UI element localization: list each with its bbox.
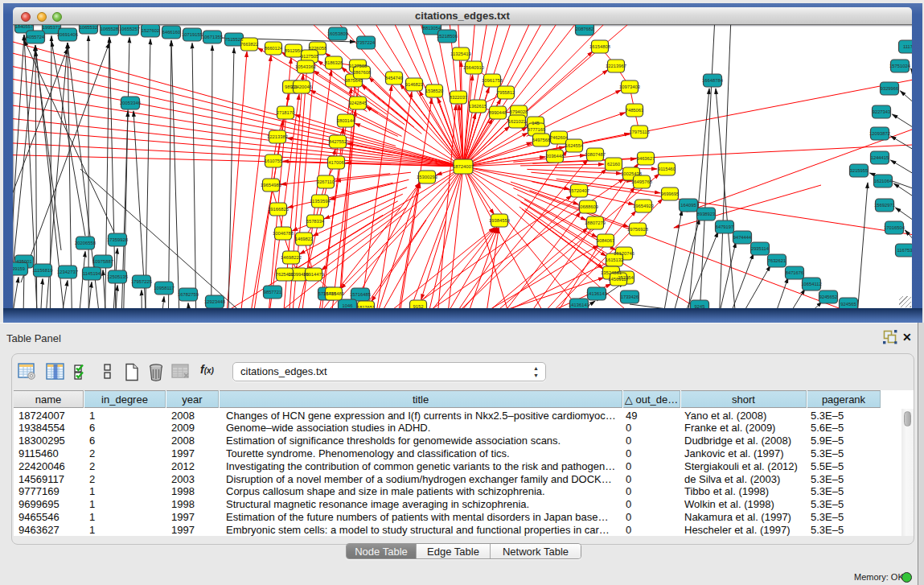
svg-text:11353594: 11353594 [310,199,331,204]
svg-text:10807487: 10807487 [585,152,606,157]
svg-text:10961758: 10961758 [482,78,503,83]
svg-text:20206558: 20206558 [75,241,96,245]
svg-text:2803144: 2803144 [337,118,355,123]
svg-text:16648784: 16648784 [702,78,724,83]
svg-text:10973403: 10973403 [619,84,640,89]
svg-text:1624554: 1624554 [565,143,584,148]
svg-text:9115460: 9115460 [658,167,676,171]
svg-text:9242845: 9242845 [349,101,368,105]
svg-text:8454749: 8454749 [385,76,404,80]
svg-text:12213382: 12213382 [267,134,288,139]
svg-text:1610755: 1610755 [265,159,283,163]
svg-text:15716485: 15716485 [350,292,371,297]
svg-text:8427552: 8427552 [329,139,347,144]
svg-text:62160: 62160 [607,162,620,167]
svg-text:8990448: 8990448 [489,110,507,115]
svg-text:1817651: 1817651 [357,305,376,308]
svg-text:417006: 417006 [328,160,343,165]
svg-text:18807279: 18807279 [585,220,606,225]
svg-text:116753: 116753 [897,248,912,253]
svg-text:7357224: 7357224 [357,40,376,45]
svg-text:14136141: 14136141 [569,303,589,307]
svg-text:19654923: 19654923 [633,204,654,208]
svg-text:1615132: 1615132 [606,257,624,262]
svg-text:16782759: 16782759 [178,292,199,297]
svg-text:7632621: 7632621 [768,258,786,263]
svg-text:9857721: 9857721 [264,290,282,295]
svg-text:19166825: 19166825 [268,207,289,212]
svg-text:7462604: 7462604 [550,135,569,140]
svg-text:1065528: 1065528 [101,27,119,31]
svg-text:145: 145 [532,121,540,126]
svg-text:39159: 39159 [13,266,25,271]
svg-text:9329966: 9329966 [881,86,899,91]
svg-text:7625402: 7625402 [276,272,294,277]
svg-text:12093872: 12093872 [869,131,890,136]
svg-text:16053809: 16053809 [327,31,348,36]
svg-text:1117: 1117 [903,44,912,49]
svg-text:5578334: 5578334 [306,219,325,224]
svg-text:14569117: 14569117 [608,277,628,282]
svg-text:7485063: 7485063 [626,108,644,113]
svg-text:2867608: 2867608 [353,70,372,75]
svg-text:19384554: 19384554 [489,218,511,223]
svg-text:924565: 924565 [840,302,856,307]
svg-text:10046788: 10046788 [273,231,294,236]
svg-text:10671355: 10671355 [202,35,223,39]
svg-text:164095: 164095 [680,203,696,208]
svg-text:1244415: 1244415 [871,155,889,160]
svg-text:10719155: 10719155 [182,32,203,37]
svg-text:8471676: 8471676 [786,270,804,275]
svg-text:15692971: 15692971 [874,203,895,208]
svg-text:14136141: 14136141 [586,291,607,296]
svg-text:9127508: 9127508 [349,64,368,68]
svg-text:1469822: 1469822 [295,237,314,241]
svg-text:12213967: 12213967 [606,64,626,68]
svg-text:16495768: 16495768 [631,179,652,184]
svg-text:10543362: 10543362 [295,64,316,69]
svg-text:435001: 435001 [16,259,31,264]
svg-text:9084067: 9084067 [597,238,615,243]
svg-text:1065532: 1065532 [80,25,98,30]
svg-text:16120746: 16120746 [614,251,634,256]
svg-text:1995371: 1995371 [43,25,61,30]
svg-text:3215955: 3215955 [850,168,869,173]
svg-text:8186328: 8186328 [325,60,343,65]
svg-text:9699695: 9699695 [661,192,680,196]
svg-text:22420046: 22420046 [291,84,312,89]
svg-text:1621064: 1621064 [874,179,893,183]
svg-text:8938923: 8938923 [697,212,716,216]
svg-text:11325419: 11325419 [450,51,470,56]
svg-text:19756928: 19756928 [627,227,648,232]
svg-text:11156819: 11156819 [33,268,53,273]
svg-text:2935114: 2935114 [751,246,770,251]
svg-text:2036448: 2036448 [546,154,565,159]
svg-text:17975115: 17975115 [629,130,649,134]
svg-text:9474444: 9474444 [733,235,752,240]
svg-text:6794028: 6794028 [510,109,528,114]
svg-text:10688609: 10688609 [577,204,598,209]
svg-text:8912954: 8912954 [285,48,303,53]
svg-text:15716485: 15716485 [323,291,344,296]
svg-text:18724007: 18724007 [453,164,474,169]
svg-text:9463627: 9463627 [637,156,655,161]
svg-text:19654985: 19654985 [261,183,281,187]
svg-text:1527602: 1527602 [142,28,160,33]
svg-text:1538520: 1538520 [425,89,444,93]
svg-text:7955812: 7955812 [497,90,515,95]
svg-text:5226058: 5226058 [309,46,327,51]
svg-text:20053346: 20053346 [120,101,141,105]
svg-text:6466160: 6466160 [162,30,181,35]
svg-text:9245652: 9245652 [819,295,838,299]
svg-text:16154808: 16154808 [589,44,610,49]
svg-text:7663822: 7663822 [240,42,259,47]
svg-text:20691406: 20691406 [57,32,78,37]
svg-text:1046: 1046 [343,303,353,308]
svg-text:12505135: 12505135 [107,274,128,279]
svg-text:9152: 9152 [413,304,424,308]
svg-text:3267110: 3267110 [317,179,335,184]
svg-text:6497568: 6497568 [532,138,551,142]
svg-text:10025438: 10025438 [621,171,642,176]
svg-text:16914479: 16914479 [303,272,324,277]
svg-text:8660124: 8660124 [265,46,283,51]
